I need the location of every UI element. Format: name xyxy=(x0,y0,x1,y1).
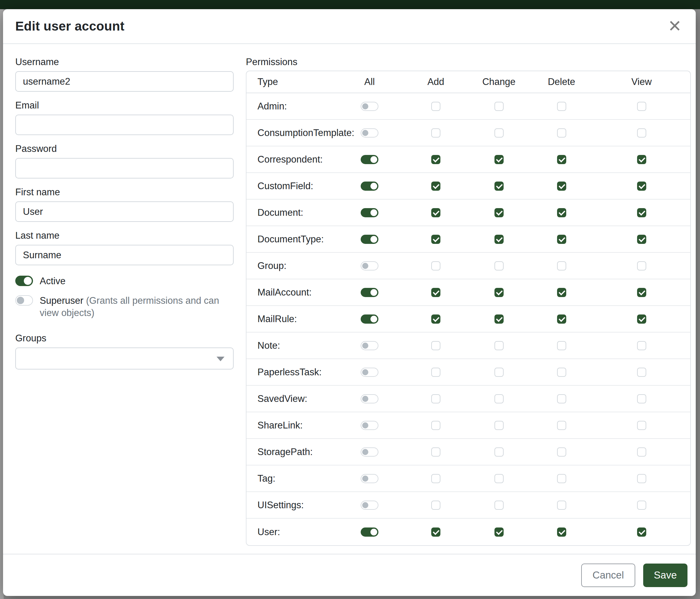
permission-delete-checkbox[interactable] xyxy=(557,527,566,537)
permission-all-toggle[interactable] xyxy=(361,394,378,403)
permission-add-checkbox[interactable] xyxy=(431,527,441,537)
permission-change-checkbox[interactable] xyxy=(495,102,504,111)
permission-delete-checkbox[interactable] xyxy=(557,182,566,191)
permission-delete-checkbox[interactable] xyxy=(557,341,566,350)
email-field[interactable] xyxy=(15,115,234,135)
permission-change-checkbox[interactable] xyxy=(495,155,504,164)
permission-all-toggle[interactable] xyxy=(361,155,378,164)
permission-all-toggle[interactable] xyxy=(361,421,378,430)
permission-all-toggle[interactable] xyxy=(361,261,378,270)
permission-view-checkbox[interactable] xyxy=(637,474,646,483)
permission-add-checkbox[interactable] xyxy=(431,314,441,324)
permission-view-checkbox[interactable] xyxy=(637,261,646,270)
first-name-field[interactable] xyxy=(15,201,234,222)
permission-change-checkbox[interactable] xyxy=(495,421,504,430)
permission-delete-checkbox[interactable] xyxy=(557,128,566,138)
permission-all-toggle[interactable] xyxy=(361,314,378,324)
permission-all-toggle[interactable] xyxy=(361,235,378,244)
close-icon[interactable]: ✕ xyxy=(668,18,682,34)
permissions-header-row: Type All Add Change Delete View xyxy=(247,71,690,93)
permission-delete-checkbox[interactable] xyxy=(557,394,566,403)
permission-all-toggle[interactable] xyxy=(361,102,378,111)
permission-add-checkbox[interactable] xyxy=(431,341,441,350)
permission-all-toggle[interactable] xyxy=(361,288,378,297)
permission-add-checkbox[interactable] xyxy=(431,394,441,403)
permission-delete-checkbox[interactable] xyxy=(557,448,566,457)
permission-change-checkbox[interactable] xyxy=(495,474,504,483)
permission-delete-checkbox[interactable] xyxy=(557,261,566,270)
permission-view-checkbox[interactable] xyxy=(637,288,646,297)
permission-view-checkbox[interactable] xyxy=(637,235,646,244)
permission-view-checkbox[interactable] xyxy=(637,155,646,164)
cancel-button[interactable]: Cancel xyxy=(581,564,635,587)
superuser-toggle[interactable] xyxy=(15,295,33,306)
permission-delete-checkbox[interactable] xyxy=(557,208,566,217)
permission-delete-checkbox[interactable] xyxy=(557,155,566,164)
permission-delete-checkbox[interactable] xyxy=(557,501,566,510)
username-input[interactable] xyxy=(15,71,234,92)
permission-add-checkbox[interactable] xyxy=(431,102,441,111)
permission-all-toggle[interactable] xyxy=(361,208,378,217)
permission-change-checkbox[interactable] xyxy=(495,394,504,403)
permission-all-toggle[interactable] xyxy=(361,128,378,138)
permission-delete-checkbox[interactable] xyxy=(557,235,566,244)
permission-change-checkbox[interactable] xyxy=(495,527,504,537)
permission-add-checkbox[interactable] xyxy=(431,128,441,138)
permission-delete-checkbox[interactable] xyxy=(557,102,566,111)
last-name-field[interactable] xyxy=(15,245,234,265)
username-field-group: Username xyxy=(15,56,234,92)
permission-add-checkbox[interactable] xyxy=(431,261,441,270)
permission-view-checkbox[interactable] xyxy=(637,368,646,377)
permission-all-toggle[interactable] xyxy=(361,368,378,377)
permission-all-toggle[interactable] xyxy=(361,527,378,537)
permission-row: PaperlessTask: xyxy=(247,359,690,386)
permission-view-checkbox[interactable] xyxy=(637,527,646,537)
permission-delete-checkbox[interactable] xyxy=(557,288,566,297)
permission-view-checkbox[interactable] xyxy=(637,314,646,324)
column-header-view: View xyxy=(593,76,690,88)
permission-change-checkbox[interactable] xyxy=(495,235,504,244)
permission-add-checkbox[interactable] xyxy=(431,448,441,457)
permission-view-checkbox[interactable] xyxy=(637,208,646,217)
permission-delete-checkbox[interactable] xyxy=(557,368,566,377)
permission-delete-checkbox[interactable] xyxy=(557,474,566,483)
permission-add-checkbox[interactable] xyxy=(431,501,441,510)
permission-delete-checkbox[interactable] xyxy=(557,421,566,430)
permission-view-checkbox[interactable] xyxy=(637,128,646,138)
permission-change-checkbox[interactable] xyxy=(495,261,504,270)
permission-add-checkbox[interactable] xyxy=(431,155,441,164)
permission-view-checkbox[interactable] xyxy=(637,102,646,111)
permission-add-checkbox[interactable] xyxy=(431,421,441,430)
permission-change-checkbox[interactable] xyxy=(495,341,504,350)
permission-all-toggle[interactable] xyxy=(361,448,378,457)
active-toggle[interactable] xyxy=(15,275,33,286)
permission-change-checkbox[interactable] xyxy=(495,128,504,138)
permission-all-toggle[interactable] xyxy=(361,182,378,191)
permission-change-checkbox[interactable] xyxy=(495,314,504,324)
permission-view-checkbox[interactable] xyxy=(637,182,646,191)
permission-change-checkbox[interactable] xyxy=(495,182,504,191)
permission-add-checkbox[interactable] xyxy=(431,474,441,483)
password-field[interactable] xyxy=(15,158,234,178)
permission-view-checkbox[interactable] xyxy=(637,501,646,510)
permission-change-checkbox[interactable] xyxy=(495,368,504,377)
permission-add-checkbox[interactable] xyxy=(431,182,441,191)
permission-add-checkbox[interactable] xyxy=(431,208,441,217)
permission-all-toggle[interactable] xyxy=(361,341,378,350)
permission-all-toggle[interactable] xyxy=(361,501,378,510)
permission-view-checkbox[interactable] xyxy=(637,341,646,350)
permission-change-checkbox[interactable] xyxy=(495,448,504,457)
permission-delete-checkbox[interactable] xyxy=(557,314,566,324)
save-button[interactable]: Save xyxy=(643,564,688,587)
permission-view-checkbox[interactable] xyxy=(637,421,646,430)
groups-select[interactable] xyxy=(15,348,234,369)
permission-view-checkbox[interactable] xyxy=(637,394,646,403)
permission-all-toggle[interactable] xyxy=(361,474,378,483)
permission-add-checkbox[interactable] xyxy=(431,235,441,244)
permission-change-checkbox[interactable] xyxy=(495,501,504,510)
permission-change-checkbox[interactable] xyxy=(495,208,504,217)
permission-change-checkbox[interactable] xyxy=(495,288,504,297)
permission-add-checkbox[interactable] xyxy=(431,368,441,377)
permission-view-checkbox[interactable] xyxy=(637,448,646,457)
permission-add-checkbox[interactable] xyxy=(431,288,441,297)
